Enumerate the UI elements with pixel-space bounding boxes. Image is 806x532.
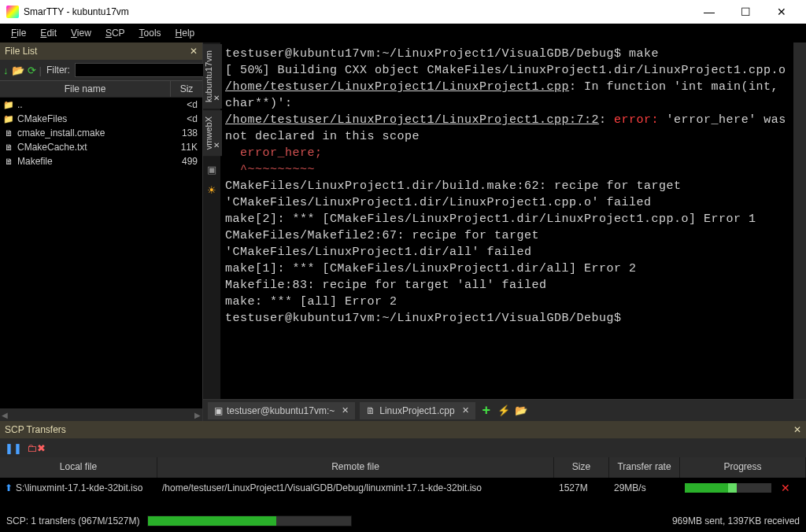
col-local[interactable]: Local file — [0, 457, 157, 478]
scp-toolbar: ❚❚ 🗀✖ — [0, 438, 806, 457]
file-list: 📁..<d 📁CMakeFiles<d 🗎cmake_install.cmake… — [0, 98, 202, 408]
terminal-output[interactable]: testuser@kubuntu17vm:~/LinuxProject1/Vis… — [220, 42, 793, 399]
scp-panel: SCP Transfers ✕ ❚❚ 🗀✖ Local file Remote … — [0, 421, 806, 510]
tab-file[interactable]: 🗎LinuxProject1.cpp✕ — [360, 402, 475, 419]
menu-help[interactable]: Help — [169, 25, 202, 41]
window-title: SmarTTY - kubuntu17vm — [24, 6, 691, 17]
col-remote[interactable]: Remote file — [157, 457, 554, 478]
app-icon — [6, 6, 19, 18]
scp-close-icon[interactable]: ✕ — [793, 424, 801, 435]
maximize-button[interactable]: ☐ — [727, 0, 763, 24]
status-bar: SCP: 1 transfers (967M/1527M) 969MB sent… — [0, 510, 806, 532]
menu-file[interactable]: File — [5, 25, 32, 41]
file-tab-icon: 🗎 — [366, 405, 375, 416]
sun-icon[interactable]: ☀ — [205, 183, 219, 197]
side-tabs: ✕kubuntu17vm ✕vmwebX ▣ ☀ — [203, 42, 220, 399]
file-list-header: File List ✕ — [0, 42, 202, 60]
list-item[interactable]: 📁..<d — [0, 98, 202, 112]
folder-icon: 📁 — [3, 113, 14, 124]
list-item[interactable]: 🗎cmake_install.cmake138 — [0, 126, 202, 140]
terminal-tab-icon: ▣ — [214, 405, 223, 416]
terminal-body: ✕kubuntu17vm ✕vmwebX ▣ ☀ testuser@kubunt… — [203, 42, 806, 399]
scp-row[interactable]: ⬆S:\linuxmint-17.1-kde-32bit.iso /home/t… — [0, 478, 806, 497]
list-item[interactable]: 🗎CMakeCache.txt11K — [0, 140, 202, 154]
tab-close-icon[interactable]: ✕ — [213, 94, 220, 102]
list-item[interactable]: 🗎Makefile499 — [0, 154, 202, 168]
tab-close-icon[interactable]: ✕ — [342, 405, 349, 416]
file-icon: 🗎 — [3, 156, 14, 167]
download-icon[interactable]: ↓ — [3, 63, 9, 77]
col-progress[interactable]: Progress — [680, 457, 806, 478]
folder-icon: 📁 — [3, 99, 14, 110]
divider-icon: | — [39, 63, 42, 77]
scp-panel-header: SCP Transfers ✕ — [0, 421, 806, 438]
file-list-toolbar: ↓ 📂 ⟳ | Filter: — [0, 60, 202, 80]
terminal-vscroll[interactable] — [793, 42, 806, 399]
new-tab-icon[interactable]: + — [480, 405, 493, 417]
pause-icon[interactable]: ❚❚ — [5, 442, 22, 454]
file-list-close-icon[interactable]: ✕ — [190, 46, 198, 57]
terminal-area: ✕kubuntu17vm ✕vmwebX ▣ ☀ testuser@kubunt… — [203, 42, 806, 421]
close-button[interactable]: ✕ — [763, 0, 800, 24]
menu-edit[interactable]: Edit — [34, 25, 63, 41]
file-list-panel: File List ✕ ↓ 📂 ⟳ | Filter: File name Si… — [0, 42, 203, 421]
window-controls: — ☐ ✕ — [691, 0, 800, 24]
scp-table-header: Local file Remote file Size Transfer rat… — [0, 457, 806, 478]
col-rate[interactable]: Transfer rate — [609, 457, 680, 478]
col-file-size[interactable]: Siz — [171, 81, 202, 97]
status-left: SCP: 1 transfers (967M/1527M) — [6, 515, 139, 526]
open-folder-icon[interactable]: 📂 — [515, 405, 527, 417]
cancel-icon[interactable]: 🗀✖ — [27, 442, 46, 454]
sidebar-hscroll[interactable]: ◀▶ — [0, 408, 202, 421]
side-tab-1[interactable]: ✕kubuntu17vm — [203, 44, 222, 109]
bolt-icon[interactable]: ⚡ — [497, 405, 510, 417]
side-tab-2[interactable]: ✕vmwebX — [203, 110, 222, 156]
menu-view[interactable]: View — [65, 25, 98, 41]
menu-tools[interactable]: Tools — [133, 25, 168, 41]
progress-bar — [685, 483, 771, 493]
minimize-button[interactable]: — — [691, 0, 727, 24]
list-item[interactable]: 📁CMakeFiles<d — [0, 112, 202, 126]
cancel-transfer-icon[interactable]: ✕ — [781, 482, 790, 494]
col-file-name[interactable]: File name — [0, 81, 171, 97]
menu-scp[interactable]: SCP — [99, 25, 131, 41]
open-folder-icon[interactable]: 📂 — [12, 63, 24, 77]
file-icon: 🗎 — [3, 127, 14, 139]
file-icon: 🗎 — [3, 142, 14, 153]
upload-icon: ⬆ — [5, 482, 13, 493]
filter-input[interactable] — [75, 63, 214, 77]
tab-close-icon[interactable]: ✕ — [213, 141, 220, 150]
file-table-header: File name Siz — [0, 80, 202, 98]
status-progress-bar — [147, 515, 352, 526]
bottom-tabs: ▣testuser@kubuntu17vm:~✕ 🗎LinuxProject1.… — [203, 399, 806, 421]
main-area: File List ✕ ↓ 📂 ⟳ | Filter: File name Si… — [0, 42, 806, 421]
status-right: 969MB sent, 1397KB received — [672, 515, 800, 526]
scp-title: SCP Transfers — [5, 424, 66, 435]
tab-terminal[interactable]: ▣testuser@kubuntu17vm:~✕ — [208, 402, 355, 419]
tab-close-icon[interactable]: ✕ — [462, 405, 469, 416]
title-bar: SmarTTY - kubuntu17vm — ☐ ✕ — [0, 0, 806, 24]
filter-label: Filter: — [46, 65, 70, 76]
file-list-title: File List — [5, 46, 37, 57]
col-size[interactable]: Size — [554, 457, 609, 478]
menu-bar: File Edit View SCP Tools Help — [0, 24, 806, 42]
terminal-icon[interactable]: ▣ — [205, 162, 219, 176]
refresh-icon[interactable]: ⟳ — [28, 63, 36, 77]
